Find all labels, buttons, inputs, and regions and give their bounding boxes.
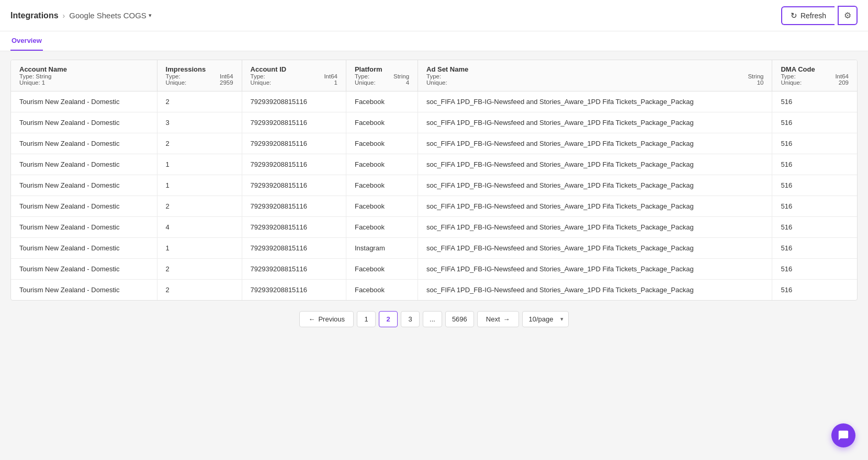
col-header-account-id: Account ID Type:Int64 Unique:1 (242, 60, 346, 91)
col-header-account-name: Account Name Type: String Unique: 1 (11, 60, 157, 91)
tab-overview[interactable]: Overview (10, 31, 43, 51)
cell-impressions: 2 (157, 280, 242, 301)
cell-dma_code: 516 (772, 238, 857, 259)
header: Integrations › Google Sheets COGS ▾ ↻ Re… (0, 0, 868, 31)
cell-account_id: 792939208815116 (242, 196, 346, 217)
previous-label: Previous (318, 315, 345, 323)
col-label-account-name: Account Name (19, 65, 149, 73)
cell-platform: Instagram (346, 238, 418, 259)
cell-platform: Facebook (346, 133, 418, 154)
previous-button[interactable]: ← Previous (299, 311, 354, 327)
cell-dma_code: 516 (772, 133, 857, 154)
unique-label-account: Unique: 1 (19, 79, 45, 86)
cell-account_name: Tourism New Zealand - Domestic (11, 217, 157, 238)
chat-bubble[interactable] (831, 423, 855, 447)
next-label: Next (486, 315, 500, 323)
cell-account_id: 792939208815116 (242, 280, 346, 301)
cell-ad_set_name: soc_FIFA 1PD_FB-IG-Newsfeed and Stories_… (418, 154, 772, 175)
cell-impressions: 1 (157, 154, 242, 175)
last-page-button[interactable]: 5696 (445, 311, 474, 327)
cell-account_name: Tourism New Zealand - Domestic (11, 154, 157, 175)
data-table-wrapper: Account Name Type: String Unique: 1 Impr… (10, 60, 858, 301)
refresh-label: Refresh (801, 12, 826, 20)
cell-dma_code: 516 (772, 280, 857, 301)
cell-account_id: 792939208815116 (242, 133, 346, 154)
table-row: Tourism New Zealand - Domestic1792939208… (11, 238, 857, 259)
cell-ad_set_name: soc_FIFA 1PD_FB-IG-Newsfeed and Stories_… (418, 91, 772, 112)
cell-dma_code: 516 (772, 217, 857, 238)
cell-account_id: 792939208815116 (242, 217, 346, 238)
page-2-button[interactable]: 2 (379, 311, 398, 327)
cell-platform: Facebook (346, 280, 418, 301)
cell-account_name: Tourism New Zealand - Domestic (11, 259, 157, 280)
cell-account_name: Tourism New Zealand - Domestic (11, 133, 157, 154)
breadcrumb-root[interactable]: Integrations (10, 11, 59, 20)
cell-impressions: 2 (157, 91, 242, 112)
table-row: Tourism New Zealand - Domestic2792939208… (11, 133, 857, 154)
cell-ad_set_name: soc_FIFA 1PD_FB-IG-Newsfeed and Stories_… (418, 238, 772, 259)
table-row: Tourism New Zealand - Domestic2792939208… (11, 196, 857, 217)
cell-platform: Facebook (346, 175, 418, 196)
col-label-account-id: Account ID (251, 65, 337, 73)
cell-account_name: Tourism New Zealand - Domestic (11, 196, 157, 217)
chevron-down-icon[interactable]: ▾ (149, 12, 152, 19)
per-page-wrapper: 10/page 20/page 50/page (522, 311, 569, 327)
next-button[interactable]: Next → (477, 311, 519, 327)
settings-button[interactable]: ⚙ (838, 6, 858, 25)
type-label-account: Type: String (19, 73, 51, 79)
table-row: Tourism New Zealand - Domestic2792939208… (11, 259, 857, 280)
breadcrumb: Integrations › Google Sheets COGS ▾ (10, 11, 152, 20)
cell-impressions: 3 (157, 112, 242, 133)
cell-account_id: 792939208815116 (242, 259, 346, 280)
per-page-select[interactable]: 10/page 20/page 50/page (522, 311, 569, 327)
cell-platform: Facebook (346, 154, 418, 175)
cell-platform: Facebook (346, 259, 418, 280)
cell-platform: Facebook (346, 217, 418, 238)
breadcrumb-separator: › (63, 12, 65, 20)
cell-impressions: 1 (157, 238, 242, 259)
cell-ad_set_name: soc_FIFA 1PD_FB-IG-Newsfeed and Stories_… (418, 112, 772, 133)
cell-impressions: 2 (157, 259, 242, 280)
col-header-dma-code: DMA Code Type:Int64 Unique:209 (772, 60, 857, 91)
table-row: Tourism New Zealand - Domestic2792939208… (11, 91, 857, 112)
chat-icon (838, 430, 849, 441)
breadcrumb-current-label: Google Sheets COGS (69, 11, 146, 20)
cell-account_id: 792939208815116 (242, 112, 346, 133)
page-3-button[interactable]: 3 (401, 311, 420, 327)
cell-dma_code: 516 (772, 175, 857, 196)
pagination-bar: ← Previous 1 2 3 ... 5696 Next → 10/page… (10, 301, 858, 336)
cell-dma_code: 516 (772, 196, 857, 217)
cell-dma_code: 516 (772, 154, 857, 175)
cell-ad_set_name: soc_FIFA 1PD_FB-IG-Newsfeed and Stories_… (418, 196, 772, 217)
cell-account_id: 792939208815116 (242, 91, 346, 112)
cell-account_name: Tourism New Zealand - Domestic (11, 91, 157, 112)
cell-account_name: Tourism New Zealand - Domestic (11, 175, 157, 196)
cell-impressions: 4 (157, 217, 242, 238)
cell-dma_code: 516 (772, 112, 857, 133)
refresh-button[interactable]: ↻ Refresh (781, 6, 835, 25)
cell-ad_set_name: soc_FIFA 1PD_FB-IG-Newsfeed and Stories_… (418, 217, 772, 238)
cell-platform: Facebook (346, 91, 418, 112)
cell-account_id: 792939208815116 (242, 238, 346, 259)
cell-impressions: 2 (157, 133, 242, 154)
table-row: Tourism New Zealand - Domestic1792939208… (11, 175, 857, 196)
cell-account_name: Tourism New Zealand - Domestic (11, 238, 157, 259)
table-body: Tourism New Zealand - Domestic2792939208… (11, 91, 857, 301)
table-row: Tourism New Zealand - Domestic3792939208… (11, 112, 857, 133)
cell-account_name: Tourism New Zealand - Domestic (11, 280, 157, 301)
main-content: Account Name Type: String Unique: 1 Impr… (0, 51, 868, 459)
breadcrumb-current: Google Sheets COGS ▾ (69, 11, 152, 20)
cell-impressions: 1 (157, 175, 242, 196)
cell-account_id: 792939208815116 (242, 175, 346, 196)
tabs-bar: Overview (0, 31, 868, 51)
cell-account_name: Tourism New Zealand - Domestic (11, 112, 157, 133)
arrow-right-icon: → (503, 315, 510, 323)
col-label-dma-code: DMA Code (781, 65, 849, 73)
col-header-ad-set-name: Ad Set Name Type:String Unique:10 (418, 60, 772, 91)
arrow-left-icon: ← (308, 315, 315, 323)
cell-dma_code: 516 (772, 91, 857, 112)
col-header-platform: Platform Type:String Unique:4 (346, 60, 418, 91)
cell-platform: Facebook (346, 196, 418, 217)
page-1-button[interactable]: 1 (357, 311, 376, 327)
refresh-icon: ↻ (791, 11, 797, 20)
